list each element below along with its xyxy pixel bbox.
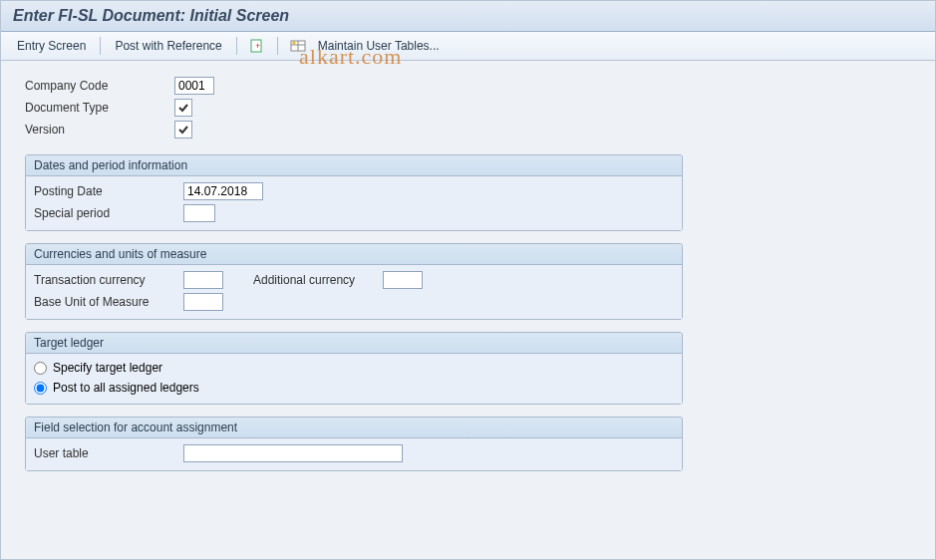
company-code-input[interactable] [174, 77, 214, 95]
specify-target-ledger-label: Specify target ledger [53, 361, 162, 375]
toolbar-separator [236, 37, 237, 55]
toolbar: Entry Screen Post with Reference + Maint… [1, 32, 935, 61]
base-uom-label: Base Unit of Measure [34, 295, 183, 309]
version-label: Version [25, 123, 174, 137]
title-text: Enter FI-SL Document: Initial Screen [13, 7, 289, 24]
page-title: Enter FI-SL Document: Initial Screen [1, 1, 935, 32]
field-selection-group-title: Field selection for account assignment [26, 418, 682, 438]
svg-text:+: + [255, 41, 260, 51]
content-area: Company Code Document Type Version Dates… [1, 61, 935, 497]
transaction-currency-input[interactable] [183, 271, 223, 289]
maintain-user-tables-button[interactable]: Maintain User Tables... [314, 37, 444, 55]
currencies-group-title: Currencies and units of measure [26, 244, 682, 265]
toolbar-separator [100, 37, 101, 55]
base-uom-input[interactable] [183, 293, 223, 311]
toolbar-separator [277, 37, 278, 55]
user-tables-icon[interactable] [288, 37, 308, 55]
transaction-currency-label: Transaction currency [34, 273, 183, 287]
specify-target-ledger-radio[interactable] [34, 362, 47, 375]
document-type-checkbox[interactable] [174, 99, 192, 117]
additional-currency-input[interactable] [383, 271, 423, 289]
user-table-input[interactable] [183, 444, 403, 462]
currencies-group: Currencies and units of measure Transact… [25, 243, 683, 320]
post-all-ledgers-label: Post to all assigned ledgers [53, 381, 199, 395]
document-type-label: Document Type [25, 101, 174, 115]
dates-group-title: Dates and period information [26, 155, 682, 176]
special-period-input[interactable] [183, 204, 215, 222]
post-all-ledgers-radio[interactable] [34, 382, 47, 395]
document-add-icon[interactable]: + [247, 37, 267, 55]
target-ledger-group: Target ledger Specify target ledger Post… [25, 332, 683, 405]
version-checkbox[interactable] [174, 121, 192, 139]
special-period-label: Special period [34, 206, 183, 220]
additional-currency-label: Additional currency [253, 273, 383, 287]
user-table-label: User table [34, 446, 183, 460]
post-with-reference-button[interactable]: Post with Reference [111, 37, 225, 55]
target-ledger-group-title: Target ledger [26, 333, 682, 354]
posting-date-input[interactable] [183, 182, 263, 200]
svg-point-5 [292, 42, 295, 45]
dates-group: Dates and period information Posting Dat… [25, 154, 683, 231]
entry-screen-button[interactable]: Entry Screen [13, 37, 90, 55]
posting-date-label: Posting Date [34, 184, 183, 198]
company-code-label: Company Code [25, 79, 174, 93]
field-selection-group: Field selection for account assignment U… [25, 417, 683, 471]
